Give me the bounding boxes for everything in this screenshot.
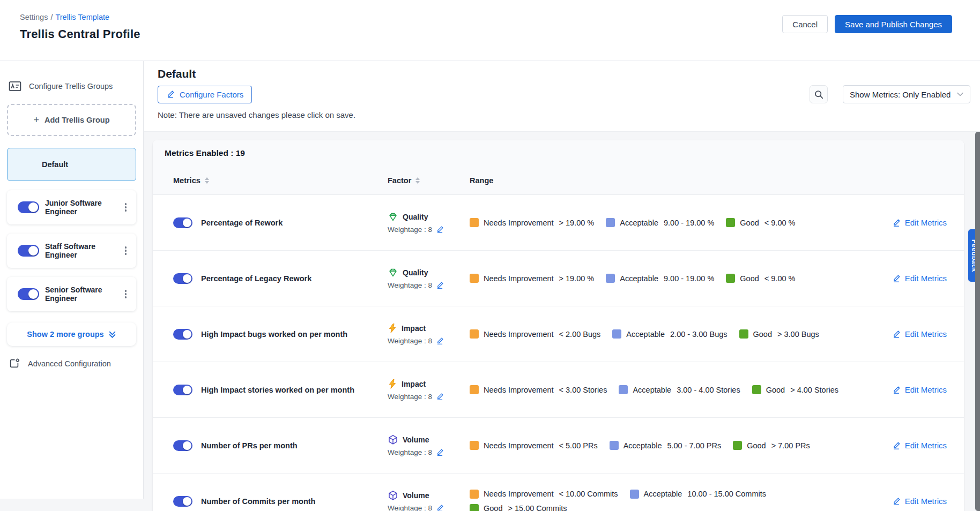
edit-weightage-icon[interactable] xyxy=(436,448,444,456)
id-badge-icon xyxy=(8,79,22,93)
junior-group-toggle[interactable] xyxy=(18,201,39,213)
gem-icon xyxy=(388,212,398,222)
edit-metrics-link[interactable]: Edit Metrics xyxy=(874,497,947,506)
sort-icon[interactable] xyxy=(205,177,209,184)
metric-name: High Impact stories worked on per month xyxy=(201,386,354,394)
edit-weightage-icon[interactable] xyxy=(436,226,444,234)
metric-name: Percentage of Legacy Rework xyxy=(201,274,311,283)
double-chevron-down-icon xyxy=(108,330,116,339)
column-header-range: Range xyxy=(470,176,874,185)
senior-group-toggle[interactable] xyxy=(18,288,39,300)
range-value: < 9.00 % xyxy=(764,274,796,283)
range-value: > 4.00 Stories xyxy=(790,386,838,394)
range-chip-acceptable: Acceptable2.00 - 3.00 Bugs xyxy=(612,329,727,339)
range-level: Acceptable xyxy=(623,441,662,450)
sidebar-item-junior-software-engineer[interactable]: Junior Software Engineer xyxy=(7,190,136,224)
breadcrumb-settings[interactable]: Settings xyxy=(20,13,48,21)
range-chip-needs-improvement: Needs Improvement< 2.00 Bugs xyxy=(470,329,600,339)
main-top-section: Default Configure Factors xyxy=(144,61,980,132)
range-chip-acceptable: Acceptable9.00 - 19.00 % xyxy=(606,218,714,227)
edit-weightage-icon[interactable] xyxy=(436,337,444,345)
search-button[interactable] xyxy=(810,85,828,103)
weightage-value: 8 xyxy=(428,448,433,456)
breadcrumb-separator: / xyxy=(50,13,53,21)
staff-group-toggle[interactable] xyxy=(18,245,39,257)
kebab-menu-icon[interactable] xyxy=(122,243,130,258)
edit-weightage-icon[interactable] xyxy=(436,281,444,289)
range-value: 2.00 - 3.00 Bugs xyxy=(670,330,727,339)
configure-groups-header: Configure Trellis Groups xyxy=(7,79,136,93)
range-value: 9.00 - 19.00 % xyxy=(664,274,714,283)
save-publish-button[interactable]: Save and Publish Changes xyxy=(835,15,952,33)
table-row: High Impact bugs worked on per month Imp… xyxy=(153,306,964,362)
show-metrics-value: Show Metrics: Only Enabled xyxy=(850,90,951,99)
edit-metrics-link[interactable]: Edit Metrics xyxy=(874,385,947,394)
weightage-label: Weightage : xyxy=(388,504,426,511)
kebab-menu-icon[interactable] xyxy=(122,200,130,215)
sidebar-item-staff-software-engineer[interactable]: Staff Software Engineer xyxy=(7,234,136,268)
edit-metrics-label: Edit Metrics xyxy=(905,497,947,506)
needs-improvement-swatch xyxy=(470,385,479,394)
range-chip-acceptable: Acceptable3.00 - 4.00 Stories xyxy=(619,385,740,394)
edit-metrics-link[interactable]: Edit Metrics xyxy=(874,441,947,450)
advanced-configuration-link[interactable]: Advanced Configuration xyxy=(7,358,136,370)
edit-metrics-link[interactable]: Edit Metrics xyxy=(874,218,947,227)
pencil-icon xyxy=(892,274,901,283)
factor-name: Quality xyxy=(403,268,428,277)
edit-weightage-icon[interactable] xyxy=(436,393,444,401)
edit-weightage-icon[interactable] xyxy=(436,504,444,511)
metric-toggle[interactable] xyxy=(173,217,192,228)
metric-toggle[interactable] xyxy=(173,496,192,507)
kebab-menu-icon[interactable] xyxy=(122,287,130,302)
edit-metrics-link[interactable]: Edit Metrics xyxy=(874,329,947,339)
good-swatch xyxy=(726,274,735,283)
edit-metrics-label: Edit Metrics xyxy=(905,274,947,283)
metric-toggle[interactable] xyxy=(173,440,192,451)
range-value: < 3.00 Stories xyxy=(559,386,607,394)
range-chip-good: Good< 9.00 % xyxy=(726,274,795,283)
needs-improvement-swatch xyxy=(470,490,479,499)
weightage-value: 8 xyxy=(428,337,433,345)
cancel-button[interactable]: Cancel xyxy=(782,15,828,33)
weightage-label: Weightage : xyxy=(388,448,426,456)
edit-metrics-label: Edit Metrics xyxy=(905,329,947,339)
range-chip-good: Good> 15.00 Commits xyxy=(470,504,567,511)
range-level: Good xyxy=(740,274,759,283)
metrics-enabled-summary: Metrics Enabled : 19 xyxy=(153,140,964,166)
range-chip-good: Good> 4.00 Stories xyxy=(752,385,838,394)
plus-icon: + xyxy=(33,115,39,126)
metric-name: High Impact bugs worked on per month xyxy=(201,330,347,339)
sort-icon[interactable] xyxy=(415,177,420,184)
group-heading: Default xyxy=(158,67,970,80)
metric-toggle[interactable] xyxy=(173,385,192,395)
factor-name: Quality xyxy=(403,213,428,221)
configure-factors-button[interactable]: Configure Factors xyxy=(158,86,252,103)
lightning-icon xyxy=(388,323,397,334)
add-trellis-group-button[interactable]: + Add Trellis Group xyxy=(7,104,136,136)
metric-toggle[interactable] xyxy=(173,273,192,284)
range-value: 10.00 - 15.00 Commits xyxy=(687,490,766,498)
metrics-column-label: Metrics xyxy=(173,176,201,185)
vertical-scrollbar[interactable] xyxy=(975,132,980,511)
show-metrics-dropdown[interactable]: Show Metrics: Only Enabled xyxy=(843,85,970,103)
range-chip-needs-improvement: Needs Improvement< 5.00 PRs xyxy=(470,441,598,450)
range-chip-acceptable: Acceptable10.00 - 15.00 Commits xyxy=(630,490,766,499)
sidebar-item-default[interactable]: Default xyxy=(7,148,136,181)
range-level: Good xyxy=(753,330,772,339)
metric-toggle[interactable] xyxy=(173,329,192,340)
edit-metrics-link[interactable]: Edit Metrics xyxy=(874,274,947,283)
acceptable-swatch xyxy=(630,490,639,499)
box-gear-icon xyxy=(9,358,20,370)
good-swatch xyxy=(733,441,742,450)
column-header-factor[interactable]: Factor xyxy=(388,176,470,185)
show-more-groups-button[interactable]: Show 2 more groups xyxy=(7,322,136,346)
range-column-label: Range xyxy=(470,176,493,185)
column-header-metrics[interactable]: Metrics xyxy=(173,176,388,185)
sidebar-item-senior-software-engineer[interactable]: Senior Software Engineer xyxy=(7,277,136,311)
needs-improvement-swatch xyxy=(470,329,479,339)
header-actions: Cancel Save and Publish Changes xyxy=(782,15,952,61)
range-level: Good xyxy=(747,441,766,450)
range-level: Needs Improvement xyxy=(484,219,554,227)
breadcrumb-trellis-template[interactable]: Trellis Template xyxy=(55,13,109,21)
chevron-down-icon xyxy=(957,92,963,96)
